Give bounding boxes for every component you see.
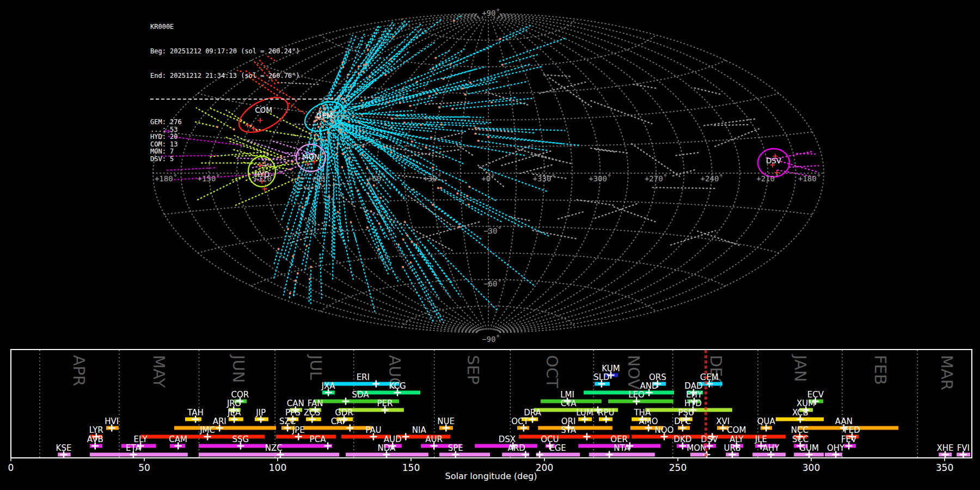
trail-begin-dot: [365, 63, 367, 65]
trail-begin-dot: [438, 106, 440, 108]
trail-begin-dot: [415, 244, 418, 246]
separator-line: [150, 99, 344, 100]
shower-code-label-ERI: ERI: [357, 372, 370, 382]
shower-code-label-KCG: KCG: [389, 381, 406, 391]
trail-begin-dot: [397, 243, 400, 246]
shower-code-label-OHY: OHY: [827, 443, 845, 453]
meteor-trail-sporadic-gray: [434, 132, 463, 139]
meteor-trail-sporadic-gray: [676, 152, 699, 155]
map-longitude-label: +210˚: [756, 174, 779, 183]
x-axis-tick-label: 200: [536, 462, 553, 473]
meteor-trail-gem-fan: [293, 280, 296, 298]
trail-begin-dot: [337, 211, 339, 213]
shower-code-label-JPE: JPE: [292, 425, 305, 435]
meteor-trail-gem-fan: [475, 128, 536, 133]
meteor-trail-sporadic-gray: [397, 150, 460, 157]
trail-begin-dot: [295, 279, 297, 281]
map-grid-parallel: [402, 19, 575, 40]
trail-begin-dot: [350, 221, 352, 223]
meteor-trail-gem-fan: [433, 205, 460, 225]
activity-bar-ARI: [174, 426, 276, 430]
shower-code-label-JEA: JEA: [227, 408, 241, 418]
meteor-trail-gem-fan: [373, 229, 398, 281]
trail-begin-dot: [466, 195, 468, 197]
meteor-trail-gem-fan: [399, 244, 440, 321]
activity-bar-JPE: [276, 435, 336, 439]
meteor-trail-gem-fan: [457, 193, 524, 228]
map-longitude-label: +60˚: [367, 174, 386, 183]
trail-begin-dot: [399, 102, 401, 104]
trail-begin-dot: [363, 71, 365, 73]
shower-code-label-PCA: PCA: [310, 434, 327, 444]
shower-code-label-TAH: TAH: [187, 408, 204, 418]
shower-code-label-FED: FED: [844, 425, 860, 435]
trail-begin-dot: [366, 226, 369, 229]
meteor-trail-gem-fan: [389, 114, 426, 115]
trail-begin-dot: [305, 245, 308, 247]
shower-code-label-NZC: NZC: [265, 443, 283, 453]
trail-begin-dot: [377, 248, 379, 250]
trail-begin-dot: [360, 100, 363, 102]
activity-bar-NTA: [589, 453, 655, 457]
month-label-oct: OCT: [543, 355, 561, 388]
activity-bar-PCA: [278, 444, 332, 448]
trail-begin-dot: [302, 206, 304, 208]
begin-time: Beg: 20251212 09:17:20 (sol = 260.24°): [150, 47, 344, 56]
trail-begin-dot: [319, 183, 321, 185]
trail-begin-dot: [359, 130, 362, 132]
trail-begin-dot: [390, 151, 392, 153]
month-label-jun: JUN: [229, 354, 248, 383]
shower-code-label-NDA: NDA: [378, 443, 396, 453]
map-latitude-label: +90˚: [482, 9, 500, 17]
activity-bar-CAP: [303, 426, 372, 430]
peak-marker-ERI: [373, 381, 379, 387]
station-id: KR000E: [150, 23, 344, 31]
meteor-trail-gem-fan: [488, 137, 580, 145]
shower-code-label-AHY: AHY: [763, 443, 780, 453]
meteor-trail-gem-fan: [428, 240, 497, 310]
meteor-trail-gem-fan: [367, 228, 389, 275]
trail-begin-dot: [409, 261, 412, 264]
meteor-trail-sporadic-gray: [290, 236, 310, 243]
trail-begin-dot: [432, 167, 434, 169]
meteor-trail-sporadic-gray: [653, 187, 715, 188]
x-axis-tick-label: 150: [402, 462, 420, 473]
count-line: GEM: 276: [150, 119, 344, 126]
meteor-trail-sporadic-gray: [591, 101, 652, 124]
trail-begin-dot: [369, 76, 371, 78]
month-label-jan: JAN: [791, 354, 810, 382]
trail-begin-dot: [346, 147, 348, 149]
trail-begin-dot: [345, 110, 347, 112]
shower-code-label-AVB: AVB: [87, 434, 103, 444]
trail-begin-dot: [491, 101, 493, 103]
month-label-apr: APR: [70, 355, 88, 386]
x-axis-tick-label: 100: [269, 462, 286, 473]
trail-begin-dot: [392, 36, 394, 38]
map-longitude-label: +240˚: [701, 174, 724, 183]
trail-begin-dot: [384, 74, 387, 76]
count-line: DSV: 5: [150, 156, 344, 163]
x-axis-tick-label: 50: [138, 462, 150, 473]
meteor-trail-gem-fan: [343, 194, 349, 242]
shower-code-label-CAP: CAP: [331, 416, 347, 426]
trail-begin-dot: [430, 136, 432, 138]
shower-code-label-KSE: KSE: [56, 443, 72, 453]
peak-marker-SDA: [343, 399, 349, 405]
peak-marker-NIA: [403, 434, 409, 440]
trail-begin-dot: [411, 241, 413, 243]
meteor-trail-sporadic-gray: [714, 125, 749, 126]
shower-code-label-GEM: GEM: [700, 372, 719, 382]
map-shower-label-DSV: DSV: [766, 156, 782, 165]
month-label-may: MAY: [150, 355, 168, 388]
count-line: MON: 7: [150, 148, 344, 156]
activity-bar-LEO: [608, 400, 673, 403]
trail-begin-dot: [462, 87, 464, 89]
trail-begin-dot: [456, 192, 458, 194]
map-longitude-label: +180˚: [798, 174, 821, 183]
shower-code-label-NUE: NUE: [437, 416, 455, 426]
meteor-trail-gem-fan: [430, 83, 473, 96]
meteor-trail-sporadic-gray: [425, 102, 469, 104]
meteor-trail-gem-fan: [444, 69, 477, 79]
trail-begin-dot: [443, 78, 445, 80]
meteor-trail-sporadic-gray: [558, 212, 583, 219]
